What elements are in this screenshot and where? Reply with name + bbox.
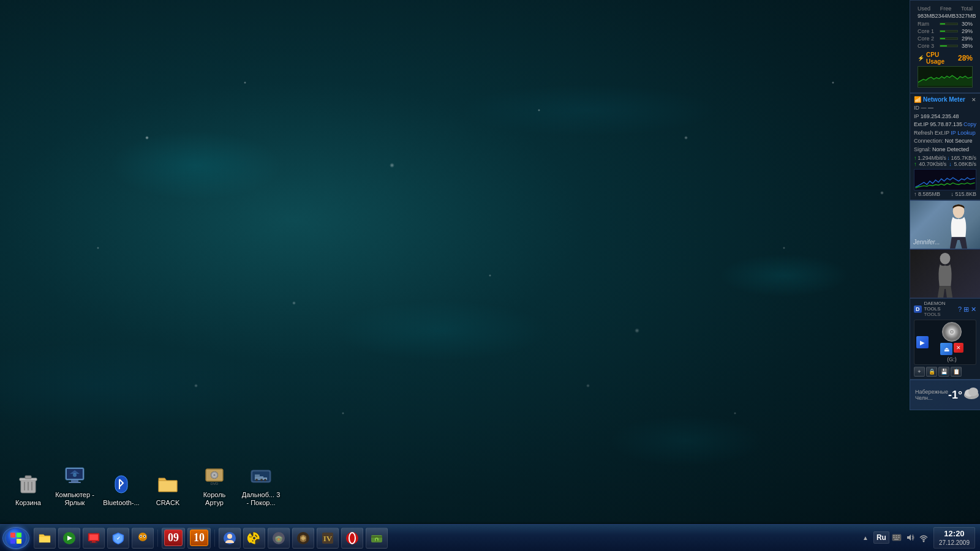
net-id: —: [928, 105, 933, 111]
svg-point-51: [144, 536, 145, 537]
svg-point-23: [255, 479, 258, 481]
svg-rect-43: [89, 534, 98, 540]
desktop-icon-recycle-bin[interactable]: Корзина: [6, 470, 50, 509]
taskbar-game1-btn[interactable]: [268, 528, 290, 549]
svg-point-57: [227, 534, 232, 539]
desktop-icon-crack[interactable]: CRACK: [146, 470, 190, 509]
taskbar-explorer-btn[interactable]: [34, 528, 56, 549]
antivirus-icon: [136, 531, 149, 545]
daemon-lock-btn[interactable]: 🔒: [926, 367, 937, 377]
daemon-paste-btn[interactable]: 📋: [951, 367, 962, 377]
keyboard-indicator[interactable]: [891, 531, 903, 544]
desktop-icon-computer[interactable]: Компьютер - Ярлык: [53, 462, 97, 509]
taskbar-monitor-btn[interactable]: [83, 528, 105, 549]
taskbar-orange-10-btn[interactable]: 10: [187, 528, 211, 549]
core3-bar: [940, 45, 947, 47]
core2-val: 29%: [959, 36, 973, 42]
system-clock[interactable]: 12:20 27.12.2009: [933, 527, 975, 549]
svg-rect-72: [371, 536, 382, 538]
keyboard-icon: [892, 533, 902, 542]
network-widget: 📶 Network Meter ✕ ID — — IP 169.254.235.…: [910, 93, 980, 200]
weather-widget: Набережные Челн... -1°: [910, 380, 980, 410]
core1-val: 29%: [959, 28, 973, 34]
crack-label: CRACK: [156, 499, 180, 507]
svg-point-24: [260, 479, 263, 481]
svg-point-17: [213, 474, 216, 476]
daemon-controls: ▶: [914, 320, 976, 365]
cpu-used-label: Used: [918, 6, 930, 12]
start-button[interactable]: [2, 527, 29, 549]
taskbar-money-btn[interactable]: $: [366, 528, 388, 549]
weather-city: Набережные Челн...: [915, 389, 948, 401]
net-download: 165.7KB/s: [951, 155, 976, 161]
daemon-tools-widget: D DAEMON TOOLS TOOLS ? ⊞ ✕ ▶: [910, 298, 980, 380]
daemon-feed-btn[interactable]: ⊞: [963, 305, 969, 313]
svg-rect-2: [25, 476, 31, 479]
desktop-icons-container: Корзина Компьютер - Ярлык: [0, 457, 289, 514]
photo1-text: Jennifer...: [913, 239, 940, 246]
net-ip-lookup[interactable]: IP Lookup: [951, 130, 975, 136]
net-ip: 169.254.235.48: [921, 113, 959, 119]
svg-rect-78: [898, 535, 900, 536]
money-icon: $: [370, 531, 383, 545]
daemon-close-top-btn[interactable]: ✕: [971, 305, 976, 313]
photo-widget-1[interactable]: Jennifer...: [910, 200, 980, 249]
svg-rect-38: [10, 539, 15, 544]
svg-rect-9: [69, 482, 81, 483]
core2-bar: [940, 38, 945, 39]
recycle-bin-label: Корзина: [15, 499, 41, 507]
photo1-figure-svg: [940, 203, 977, 249]
cpu-used-val: 983MB: [918, 13, 935, 19]
language-indicator[interactable]: Ru: [873, 531, 889, 544]
taskbar-opera-btn[interactable]: [341, 528, 363, 549]
bluetooth-icon: [109, 472, 134, 497]
net-total-up: 8.585MB: [918, 191, 940, 197]
clock-time: 12:20: [944, 529, 964, 539]
taskbar-avatar-btn[interactable]: [219, 528, 241, 549]
daemon-save-btn[interactable]: 💾: [938, 367, 949, 377]
taskbar-nuclear-btn[interactable]: [243, 528, 265, 549]
cpu-widget: Used Free Total 983MB 2344MB 3327MB Ram: [910, 0, 980, 93]
taskbar-antivirus-btn[interactable]: [132, 528, 154, 549]
core1-label: Core 1: [918, 28, 938, 34]
svg-point-35: [968, 388, 978, 396]
taskbar-game2-btn[interactable]: [292, 528, 314, 549]
cpu-graph: [918, 66, 973, 88]
svg-rect-39: [17, 539, 21, 544]
taskbar-separator-1: [157, 530, 158, 547]
taskbar: ✓ 09 10: [0, 524, 980, 551]
bluetooth-label: Bluetooth-...: [103, 499, 139, 507]
net-upload: 1.294Mbit/s: [918, 155, 946, 161]
network-tray-icon[interactable]: [918, 531, 930, 544]
taskbar-security-btn[interactable]: ✓: [107, 528, 129, 549]
daemon-remove-btn[interactable]: ✕: [954, 343, 963, 353]
game-label: Дальноб... 3 - Покор...: [241, 491, 281, 507]
cpu-free-label: Free: [940, 6, 952, 12]
network-close[interactable]: ✕: [971, 97, 976, 103]
core3-label: Core 3: [918, 43, 938, 49]
net-copy-btn[interactable]: Copy: [963, 121, 976, 129]
taskbar-red-09-btn[interactable]: 09: [162, 528, 185, 549]
photo-widget-2[interactable]: [910, 249, 980, 298]
svg-point-62: [277, 538, 280, 541]
taskbar-civ4-btn[interactable]: IV: [317, 528, 339, 549]
volume-icon-btn[interactable]: [904, 531, 916, 544]
daemon-add-btn[interactable]: +: [914, 367, 925, 377]
desktop-icon-king-arthur[interactable]: DVD Король Артур: [192, 462, 236, 509]
cpu-free-val: 2344MB: [935, 13, 956, 19]
ram-label: Ram: [918, 21, 938, 27]
daemon-logo: D: [914, 305, 922, 313]
daemon-text-line1: DAEMON TOOLS: [924, 301, 956, 312]
daemon-play-btn[interactable]: ▶: [916, 336, 929, 348]
desktop-icon-bluetooth[interactable]: Bluetooth-...: [99, 470, 143, 509]
daemon-eject-btn[interactable]: ⏏: [940, 343, 952, 355]
daemon-help-btn[interactable]: ?: [958, 305, 962, 313]
taskbar-media-player-btn[interactable]: [58, 528, 80, 549]
ram-bar: [940, 23, 945, 24]
net-signal: None Detected: [932, 146, 969, 152]
cpu-total-val: 3327MB: [956, 13, 976, 19]
daemon-top-btns: ? ⊞ ✕: [958, 305, 976, 313]
desktop-icon-game[interactable]: Дальноб... 3 - Покор...: [239, 462, 283, 509]
tray-expand-btn[interactable]: ▲: [861, 534, 870, 541]
svg-point-28: [940, 253, 951, 264]
